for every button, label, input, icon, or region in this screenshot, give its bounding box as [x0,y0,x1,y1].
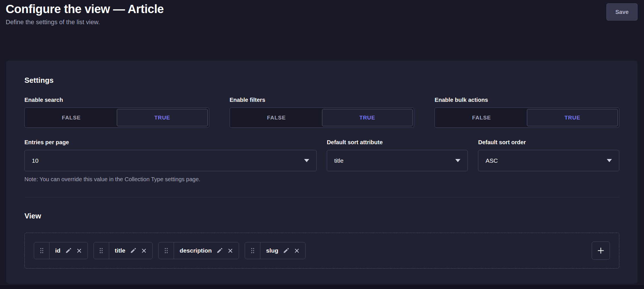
drag-handle[interactable] [159,242,174,259]
page-header-text: Configure the view — Article Define the … [6,2,164,26]
enable-bulk-actions-false-option[interactable]: FALSE [436,109,527,126]
chip-body: id [49,242,88,259]
drag-dots-icon [250,247,255,254]
page-subtitle: Define the settings of the list view. [6,18,164,26]
enable-filters-true-option[interactable]: TRUE [322,109,413,126]
drag-dots-icon [40,247,44,254]
chip-label: title [115,247,125,254]
remove-field-button[interactable] [228,248,233,253]
enable-search-false-option[interactable]: FALSE [26,109,117,126]
field-label: Enable search [24,97,209,103]
pencil-icon [65,247,72,254]
view-fields-dropzone: id [24,233,619,269]
field-chip-slug: slug [245,242,306,259]
remove-field-button[interactable] [294,248,300,253]
edit-field-button[interactable] [283,247,289,254]
edit-field-button[interactable] [130,247,136,254]
page-header: Configure the view — Article Define the … [0,0,644,26]
field-default-sort-order: Default sort order ASC [478,139,619,171]
select-row: Entries per page 10 Default sort attribu… [24,139,619,171]
enable-filters-toggle: FALSE TRUE [230,108,414,128]
select-value: ASC [485,157,498,164]
entries-per-page-select[interactable]: 10 [24,150,317,171]
select-value: title [334,157,344,164]
drag-handle[interactable] [245,242,260,259]
chip-label: slug [266,247,278,254]
select-value: 10 [32,157,38,164]
pencil-icon [283,247,289,254]
chip-label: description [180,247,212,254]
close-icon [294,248,300,253]
close-icon [76,248,82,253]
enable-filters-false-option[interactable]: FALSE [231,109,322,126]
chip-body: description [174,242,239,259]
field-default-sort-attribute: Default sort attribute title [327,139,468,171]
drag-dots-icon [99,247,103,254]
close-icon [228,248,233,253]
settings-heading: Settings [24,76,619,85]
pencil-icon [217,247,223,254]
field-label: Enable bulk actions [435,97,619,103]
add-field-button[interactable] [592,241,610,260]
field-label: Default sort attribute [327,139,468,146]
chip-label: id [55,247,61,254]
enable-bulk-actions-toggle: FALSE TRUE [435,108,619,128]
settings-card: Settings Enable search FALSE TRUE Enable… [6,61,637,284]
chip-body: slug [260,242,305,259]
toggle-row: Enable search FALSE TRUE Enable filters … [24,97,619,128]
default-sort-attribute-select[interactable]: title [327,150,468,171]
enable-bulk-actions-true-option[interactable]: TRUE [527,109,618,126]
field-chip-id: id [34,242,88,259]
field-chip-title: title [94,242,153,259]
field-label: Default sort order [478,139,619,146]
close-icon [141,248,147,253]
view-heading: View [24,212,619,220]
edit-field-button[interactable] [65,247,72,254]
chip-body: title [109,242,152,259]
field-enable-search: Enable search FALSE TRUE [24,97,209,128]
edit-field-button[interactable] [217,247,223,254]
field-label: Enable filters [230,97,414,103]
field-enable-bulk-actions: Enable bulk actions FALSE TRUE [435,97,619,128]
remove-field-button[interactable] [141,248,147,253]
chevron-down-icon [455,159,460,162]
field-entries-per-page: Entries per page 10 [24,139,317,171]
field-chip-description: description [158,242,239,259]
chevron-down-icon [304,159,309,162]
enable-search-toggle: FALSE TRUE [24,108,209,128]
section-divider [24,197,619,197]
default-sort-order-select[interactable]: ASC [478,150,619,171]
enable-search-true-option[interactable]: TRUE [117,109,208,126]
pencil-icon [130,247,136,254]
field-label: Entries per page [24,139,317,146]
drag-dots-icon [164,247,169,254]
chevron-down-icon [607,159,612,162]
save-button[interactable]: Save [606,3,637,20]
viewport-bottom-edge [0,285,644,289]
field-enable-filters: Enable filters FALSE TRUE [230,97,414,128]
drag-handle[interactable] [34,242,49,259]
page-title: Configure the view — Article [6,2,164,16]
entries-per-page-note: Note: You can override this value in the… [24,176,619,183]
remove-field-button[interactable] [76,248,82,253]
plus-icon [597,246,605,255]
drag-handle[interactable] [94,242,109,259]
